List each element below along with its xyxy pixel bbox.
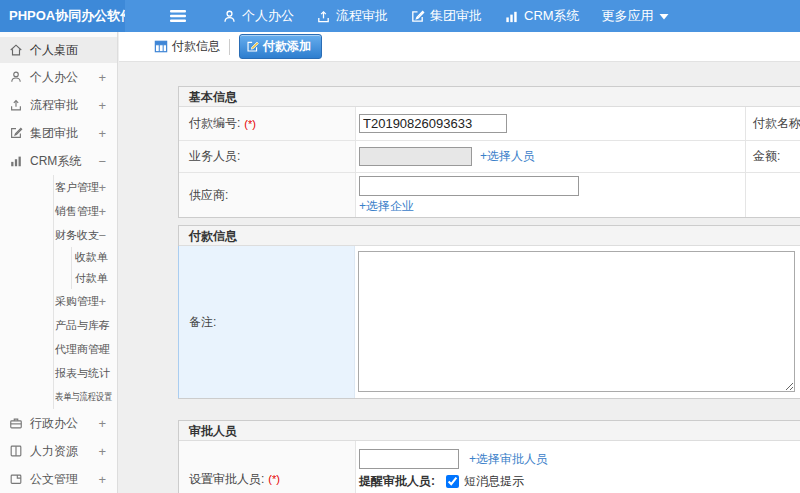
home-icon (9, 43, 23, 57)
supplier-input[interactable] (359, 176, 579, 196)
expand-toggle[interactable]: + (98, 98, 106, 113)
edit-icon (9, 126, 23, 140)
caret-down-icon (659, 13, 669, 20)
sidebar-item-label: 公文管理 (30, 471, 78, 488)
section-payment-info: 付款信息 备注: (178, 225, 800, 399)
bar-chart-icon (504, 9, 519, 24)
sidebar-item-group-approval[interactable]: 集团审批 + (0, 119, 117, 147)
expand-toggle[interactable]: + (98, 318, 106, 333)
edit-icon (410, 9, 425, 24)
sidebar-item-agent-mgmt[interactable]: 代理商管理 + (0, 337, 117, 361)
sidebar-item-label: CRM系统 (30, 153, 81, 170)
sidebar-item-purchase-mgmt[interactable]: 采购管理 + (0, 289, 117, 313)
approver-input[interactable] (359, 449, 459, 469)
tab-label: 付款添加 (263, 38, 311, 55)
book-icon (9, 444, 23, 458)
document-icon (9, 472, 23, 486)
nav-item-label: 个人办公 (242, 7, 294, 25)
expand-toggle[interactable]: + (98, 444, 106, 459)
amount-label: 金额: (746, 141, 800, 172)
nav-item-group-approval[interactable]: 集团审批 (399, 0, 493, 32)
form-row-approver: 设置审批人员: (*) +选择审批人员 提醒审批人员: 短消息提示 (179, 441, 800, 493)
nav-item-label: 流程审批 (336, 7, 388, 25)
menu-toggle-button[interactable] (169, 9, 187, 23)
sidebar-item-reports-stats[interactable]: 报表与统计 (0, 361, 117, 385)
expand-toggle[interactable]: + (98, 416, 106, 431)
expand-toggle[interactable]: + (98, 294, 106, 309)
expand-toggle[interactable]: + (98, 472, 106, 487)
expand-toggle[interactable]: + (98, 342, 106, 357)
remark-textarea[interactable] (358, 251, 795, 392)
sidebar-item-customer-mgmt[interactable]: 客户管理 + (0, 175, 117, 199)
bar-chart-icon (9, 154, 23, 168)
select-company-link[interactable]: +选择企业 (359, 198, 414, 215)
main-content: 付款信息 付款添加 基本信息 付款编号: (*) (119, 32, 800, 493)
collapse-toggle[interactable]: − (98, 154, 106, 169)
sidebar-item-crm-system[interactable]: CRM系统 − (0, 147, 117, 175)
sidebar-item-personal-desktop[interactable]: 个人桌面 (0, 37, 117, 63)
expand-toggle[interactable]: + (98, 70, 106, 85)
remind-approver-line: 提醒审批人员: 短消息提示 (359, 473, 705, 490)
remind-approver-label: 提醒审批人员: (359, 473, 435, 490)
sidebar-item-human-resources[interactable]: 人力资源 + (0, 437, 117, 465)
table-icon (154, 40, 168, 53)
tab-payment-add-active[interactable]: 付款添加 (239, 34, 322, 59)
approver-field-cell: +选择审批人员 提醒审批人员: 短消息提示 注: 流程第一步审批人员，这里选择你… (356, 441, 705, 493)
expand-toggle[interactable]: + (98, 204, 106, 219)
sidebar-item-sales-mgmt[interactable]: 销售管理 + (0, 199, 117, 223)
tab-bar: 付款信息 付款添加 (119, 32, 800, 62)
sms-notify-label: 短消息提示 (464, 473, 524, 490)
app-window: PHPOA协同办公软件 个人办公 流程审批 集团审批 CRM系统 更多应用 (0, 0, 800, 493)
hamburger-icon (169, 9, 187, 23)
sidebar-item-label: 行政办公 (30, 415, 78, 432)
sidebar-item-payment-form[interactable]: 付款单 (0, 268, 117, 289)
tab-separator (229, 39, 230, 55)
expand-toggle[interactable]: + (98, 180, 106, 195)
app-logo: PHPOA协同办公软件 (0, 0, 125, 32)
sidebar-item-label: 客户管理 (55, 180, 99, 195)
payment-no-input[interactable] (359, 114, 507, 133)
payment-no-label: 付款编号: (*) (179, 107, 356, 140)
sidebar-item-admin-office[interactable]: 行政办公 + (0, 409, 117, 437)
nav-item-more-apps[interactable]: 更多应用 (591, 0, 680, 32)
sms-notify-checkbox[interactable] (446, 475, 459, 488)
expand-toggle[interactable]: + (98, 126, 106, 141)
sidebar-item-product-inventory[interactable]: 产品与库存 + (0, 313, 117, 337)
sidebar-item-label: 人力资源 (30, 443, 78, 460)
collapse-toggle[interactable]: − (98, 228, 106, 243)
select-approver-link[interactable]: +选择审批人员 (469, 451, 548, 468)
user-icon (222, 9, 237, 24)
sidebar-item-document-mgmt[interactable]: 公文管理 + (0, 465, 117, 493)
sidebar-item-label: 个人办公 (30, 69, 78, 86)
user-icon (9, 70, 23, 84)
sidebar: 个人桌面 个人办公 + 流程审批 + 集团审批 + CRM系统 − 客户管理 +… (0, 32, 118, 493)
section-title: 付款信息 (179, 226, 800, 246)
supplier-label: 供应商: (179, 173, 356, 217)
sidebar-item-label: 集团审批 (30, 125, 78, 142)
form-row-remark: 备注: (179, 246, 800, 398)
sidebar-item-receipt-form[interactable]: 收款单 (0, 247, 117, 268)
nav-item-crm-system[interactable]: CRM系统 (493, 0, 591, 32)
tab-payment-info[interactable]: 付款信息 (154, 38, 220, 55)
form-row-supplier: 供应商: +选择企业 (179, 173, 800, 217)
staff-input[interactable] (359, 147, 472, 166)
nav-item-label: 更多应用 (602, 7, 654, 25)
sidebar-item-form-workflow-settings[interactable]: 表单与流程设置 + (0, 385, 117, 409)
briefcase-icon (9, 416, 23, 430)
nav-item-personal-office[interactable]: 个人办公 (211, 0, 305, 32)
nav-item-label: CRM系统 (524, 7, 580, 25)
sidebar-item-finance[interactable]: 财务收支 − (0, 223, 117, 247)
sidebar-item-personal-office[interactable]: 个人办公 + (0, 63, 117, 91)
sidebar-item-label: 采购管理 (55, 294, 99, 309)
sidebar-item-label: 报表与统计 (55, 366, 110, 381)
sidebar-item-label: 销售管理 (55, 204, 99, 219)
sidebar-item-label: 财务收支 (55, 228, 99, 243)
sidebar-item-label: 个人桌面 (30, 42, 78, 59)
sidebar-item-workflow-approval[interactable]: 流程审批 + (0, 91, 117, 119)
section-title: 审批人员 (179, 421, 800, 441)
select-person-link[interactable]: +选择人员 (480, 148, 535, 165)
nav-item-workflow-approval[interactable]: 流程审批 (305, 0, 399, 32)
pencil-icon (246, 40, 259, 53)
navbar-menu: 个人办公 流程审批 集团审批 CRM系统 更多应用 (211, 0, 680, 32)
section-approvers: 审批人员 设置审批人员: (*) +选择审批人员 提醒审批人员: (178, 420, 800, 493)
